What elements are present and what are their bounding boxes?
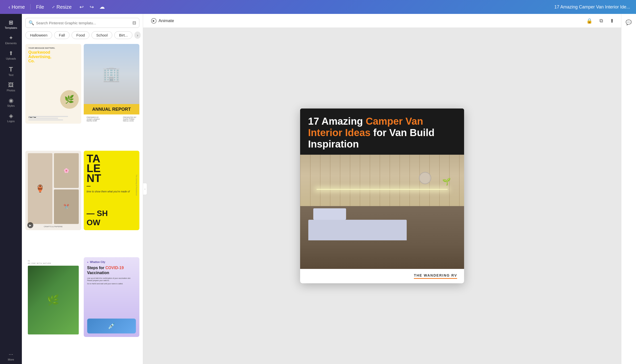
search-input[interactable] [36, 21, 131, 25]
photos-icon: 🖼 [8, 82, 14, 88]
card-annual-footer: PREPARED BYJoseph LangstonMartha Smith P… [84, 114, 140, 124]
search-area: 🔍 ⊟ [22, 14, 143, 30]
card-talent-side-text: The Journey of Persistence [136, 174, 137, 230]
redo-icon: ↪ [90, 4, 94, 10]
card-crafts-photo-3: ✂️ [54, 190, 79, 224]
lock-button[interactable]: 🔒 [584, 16, 594, 25]
redo-button[interactable]: ↪ [87, 2, 96, 12]
chip-scroll-right[interactable]: › [134, 32, 141, 39]
template-card-nature[interactable]: 01 BE ONE WITH NATURE 🌿 [25, 257, 81, 337]
chip-halloween[interactable]: Halloween [25, 31, 52, 39]
card-nature-tag: BE ONE WITH NATURE [28, 262, 79, 264]
pin-card-title: 17 Amazing Camper Van Interior Ideas for… [308, 116, 456, 150]
pin-card-header: 17 Amazing Camper Van Interior Ideas for… [300, 108, 464, 155]
sidebar: ⊞ Templates ✦ Elements ⬆ Uploads T Text … [0, 14, 22, 364]
filter-chips: Halloween Fall Food School Birt... › [22, 30, 143, 42]
card-nature-number: 01 [28, 260, 79, 262]
card-annual-image: 🏢 [84, 44, 140, 104]
elements-icon: ✦ [9, 35, 13, 41]
card-talent-show: — SHOW [87, 209, 137, 227]
card-ad-title: QuarkwoodAdvertising,Co. [28, 50, 78, 63]
pinterest-card: 17 Amazing Camper Van Interior Ideas for… [300, 108, 464, 283]
pin-card-footer: THE WANDERING RV [300, 269, 464, 283]
logos-icon: ◈ [9, 113, 13, 119]
copy-button[interactable]: ⧉ [597, 16, 605, 25]
card-crafts-photo-2: 🌸 [54, 153, 79, 188]
van-mattress [308, 220, 407, 240]
sidebar-item-logos[interactable]: ◈ Logos [0, 111, 22, 125]
resize-icon: ⤢ [52, 5, 55, 9]
chip-school[interactable]: School [92, 31, 112, 39]
template-card-crafts[interactable]: 🏺 🌸 ✂️ CRAFTS & PAPERIE ▶ [25, 151, 81, 230]
document-title: 17 Amazing Camper Van Interior Ide... [554, 4, 630, 10]
chip-birthday[interactable]: Birt... [114, 31, 132, 39]
card-ad-circle: 🌿 [60, 90, 79, 109]
card-crafts-photos-right: 🌸 ✂️ [54, 153, 79, 224]
undo-redo-group: ↩ ↪ [77, 2, 96, 12]
pin-brand-container: THE WANDERING RV [414, 273, 457, 279]
template-card-talent[interactable]: TALENT — time to show them what you're m… [84, 151, 140, 230]
sidebar-templates-label: Templates [5, 26, 17, 29]
resize-button[interactable]: ⤢ Resize [50, 3, 74, 12]
comment-button[interactable]: 💬 [623, 17, 634, 28]
sidebar-item-more[interactable]: ··· More [0, 349, 22, 364]
more-icon: ··· [9, 352, 13, 357]
chevron-left-icon: ‹ [9, 4, 10, 10]
sidebar-item-uploads[interactable]: ⬆ Uploads [0, 48, 22, 62]
card-ad-tagline: YOUR MESSAGE MATTERS. [28, 47, 78, 49]
pin-brand-name: THE WANDERING RV [414, 273, 457, 277]
uploads-icon: ⬆ [9, 51, 13, 56]
file-button[interactable]: File [34, 3, 47, 12]
home-button[interactable]: ‹ Home [6, 3, 27, 12]
template-card-ad[interactable]: YOUR MESSAGE MATTERS. QuarkwoodAdvertisi… [25, 44, 81, 124]
card-talent-subtitle: time to show them what you're made of [87, 190, 137, 194]
card-vaccine-header: ● Whatton City [87, 261, 136, 264]
share-button[interactable]: ⬆ [608, 16, 616, 25]
divider [30, 4, 31, 10]
animate-button[interactable]: ▶ Animate [148, 17, 177, 25]
sidebar-item-elements[interactable]: ✦ Elements [0, 33, 22, 47]
sidebar-item-photos[interactable]: 🖼 Photos [0, 80, 22, 94]
filter-icon[interactable]: ⊟ [132, 20, 136, 26]
template-grid: YOUR MESSAGE MATTERS. QuarkwoodAdvertisi… [22, 42, 143, 364]
canvas-area: ▶ Animate 🔒 ⧉ ⬆ 17 Amazing Camper Van In… [143, 14, 621, 364]
card-annual-banner: ANNUAL REPORT [84, 104, 140, 114]
van-light-strip [317, 189, 448, 190]
pin-card-photo: 🌱 [300, 155, 464, 269]
template-card-vaccine[interactable]: ● Whatton City Steps for COVID-19 Vaccin… [84, 257, 140, 337]
card-talent-dash-row: — [87, 184, 137, 188]
van-window-circle [419, 172, 431, 184]
template-card-annual[interactable]: 🏢 ANNUAL REPORT PREPARED BYJoseph Langst… [84, 44, 140, 124]
animate-label: Animate [159, 18, 174, 23]
card-annual-title: ANNUAL REPORT [88, 107, 136, 112]
main-layout: ⊞ Templates ✦ Elements ⬆ Uploads T Text … [0, 14, 636, 364]
sidebar-more-label: More [8, 358, 14, 361]
card-crafts-brand: CRAFTS & PAPERIE [28, 226, 79, 228]
sidebar-item-styles[interactable]: ◉ Styles [0, 95, 22, 110]
topbar: ‹ Home File ⤢ Resize ↩ ↪ ☁ 17 Amazing Ca… [0, 0, 636, 14]
card-talent-text: TALENT [87, 154, 137, 183]
sidebar-item-text[interactable]: T Text [0, 64, 22, 79]
undo-button[interactable]: ↩ [77, 2, 86, 12]
right-panel: 💬 [621, 14, 636, 364]
van-interior-scene: 🌱 [300, 155, 464, 269]
sidebar-item-templates[interactable]: ⊞ Templates [0, 18, 22, 32]
sidebar-logos-label: Logos [7, 120, 15, 123]
templates-panel: 🔍 ⊟ Halloween Fall Food School Birt... ›… [22, 14, 143, 364]
card-ad-lines [28, 116, 78, 121]
chip-fall[interactable]: Fall [54, 31, 70, 39]
sidebar-uploads-label: Uploads [6, 57, 16, 60]
sidebar-elements-label: Elements [5, 42, 17, 45]
text-icon: T [9, 66, 13, 72]
animate-icon: ▶ [151, 18, 157, 24]
canvas-content[interactable]: 17 Amazing Camper Van Interior Ideas for… [143, 28, 621, 364]
undo-icon: ↩ [80, 4, 84, 10]
card-nature-image: 🌿 [28, 266, 79, 334]
sidebar-text-label: Text [9, 74, 14, 76]
search-box: 🔍 ⊟ [25, 18, 139, 28]
chip-food[interactable]: Food [72, 31, 90, 39]
hide-panel-button[interactable]: ‹ [143, 183, 147, 195]
templates-icon: ⊞ [9, 20, 13, 25]
card-vaccine-title: Steps for COVID-19 Vaccination [87, 266, 136, 275]
card-crafts-photos: 🏺 🌸 ✂️ [28, 153, 79, 224]
